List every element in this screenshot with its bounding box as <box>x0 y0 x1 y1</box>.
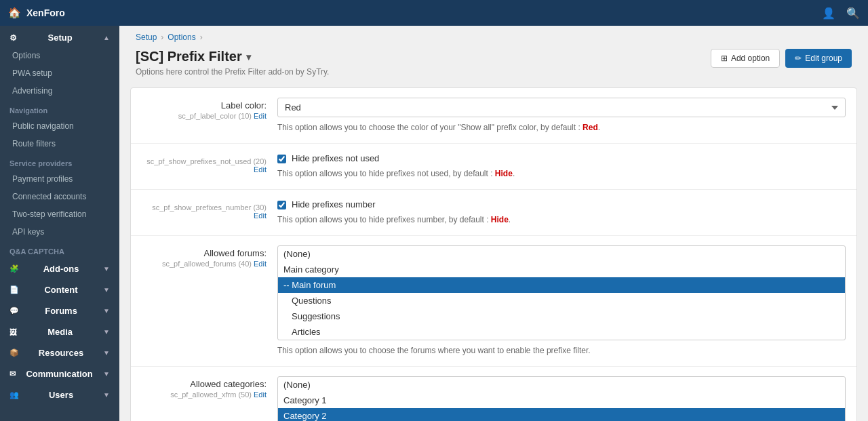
breadcrumb-options[interactable]: Options <box>167 33 195 42</box>
main-content: Setup › Options › [SC] Prefix Filter ▾ O… <box>119 26 868 421</box>
header-actions: ⊞ Add option ✏ Edit group <box>711 49 852 68</box>
hide-number-key: sc_pf_show_prefixes_number (30) Edit <box>142 203 267 220</box>
sidebar-content[interactable]: 📄 Content ▼ <box>0 279 119 300</box>
forum-item-main-category[interactable]: Main category <box>278 262 845 277</box>
sidebar-qa-captcha-title: Q&A CAPTCHA <box>0 241 119 258</box>
allowed-categories-label: Allowed categories: <box>142 379 267 389</box>
sidebar-item-api-keys[interactable]: API keys <box>0 223 119 241</box>
option-row-hide-prefixes-number: sc_pf_show_prefixes_number (30) Edit Hid… <box>131 190 856 236</box>
cat-item-none[interactable]: (None) <box>278 377 845 393</box>
option-row-allowed-forums: Allowed forums: sc_pf_allowed_forums (40… <box>131 236 856 367</box>
sidebar: ⚙ Setup ▲ Options PWA setup Advertising … <box>0 26 119 421</box>
search-icon[interactable]: 🔍 <box>846 7 860 20</box>
sidebar-header-setup[interactable]: ⚙ Setup ▲ <box>0 26 119 47</box>
cat-item-category2[interactable]: Category 2 <box>278 408 845 421</box>
options-table: Label color: sc_pf_label_color (10) Edit… <box>130 87 857 421</box>
forum-item-suggestions[interactable]: Suggestions <box>278 308 845 324</box>
option-label-col-2: sc_pf_show_prefixes_not_used (20) Edit <box>142 153 277 174</box>
topbar: 🏠 XenForo 👤 🔍 <box>0 0 868 26</box>
avatar-icon[interactable]: 👤 <box>822 7 835 20</box>
hide-not-used-key: sc_pf_show_prefixes_not_used (20) Edit <box>142 157 267 174</box>
hide-number-desc: This option allows you to hide prefixes … <box>277 214 846 226</box>
option-row-allowed-categories: Allowed categories: sc_pf_allowed_xfrm (… <box>131 367 856 421</box>
sidebar-item-route-filters[interactable]: Route filters <box>0 135 119 153</box>
sidebar-item-pwa-setup[interactable]: PWA setup <box>0 64 119 82</box>
topbar-left: 🏠 XenForo <box>8 7 65 19</box>
option-label-col-4: Allowed forums: sc_pf_allowed_forums (40… <box>142 245 277 268</box>
sidebar-item-payment-profiles[interactable]: Payment profiles <box>0 170 119 188</box>
hide-not-used-desc: This option allows you to hide prefixes … <box>277 167 846 180</box>
topbar-right: 👤 🔍 <box>822 7 860 20</box>
sidebar-item-connected-accounts[interactable]: Connected accounts <box>0 188 119 205</box>
sidebar-setup-label: Setup <box>47 33 72 43</box>
allowed-forums-key: sc_pf_allowed_forums (40) Edit <box>142 260 267 268</box>
allowed-forums-edit-link[interactable]: Edit <box>254 260 267 268</box>
sidebar-section-service-providers: Service providers Payment profiles Conne… <box>0 153 119 241</box>
forum-item-none[interactable]: (None) <box>278 246 845 262</box>
title-dropdown-icon[interactable]: ▾ <box>246 52 251 62</box>
home-icon[interactable]: 🏠 <box>8 7 21 19</box>
hide-not-used-checkbox[interactable] <box>277 155 286 163</box>
hide-number-content: Hide prefixes number This option allows … <box>277 199 846 226</box>
label-color-select[interactable]: Red Blue Green Yellow Orange Purple <box>277 98 846 117</box>
option-label-col-5: Allowed categories: sc_pf_allowed_xfrm (… <box>142 376 277 399</box>
add-option-button[interactable]: ⊞ Add option <box>711 49 780 68</box>
hide-number-checkbox-row: Hide prefixes number <box>277 199 846 209</box>
option-row-hide-prefixes-not-used: sc_pf_show_prefixes_not_used (20) Edit H… <box>131 144 856 190</box>
sidebar-item-two-step[interactable]: Two-step verification <box>0 205 119 223</box>
breadcrumb-sep2: › <box>200 33 203 42</box>
setup-chevron: ▲ <box>103 34 110 41</box>
sidebar-section-navigation: Navigation Public navigation Route filte… <box>0 100 119 153</box>
edit-icon: ✏ <box>795 54 802 63</box>
allowed-categories-content: (None) Category 1 Category 2 Good Luck T… <box>277 376 846 421</box>
hide-number-edit-link[interactable]: Edit <box>254 212 267 220</box>
label-color-key: sc_pf_label_color (10) Edit <box>142 112 267 120</box>
option-label-col-3: sc_pf_show_prefixes_number (30) Edit <box>142 199 277 220</box>
sidebar-item-public-navigation[interactable]: Public navigation <box>0 117 119 135</box>
sidebar-section-qa-captcha: Q&A CAPTCHA <box>0 241 119 258</box>
sidebar-service-providers-title: Service providers <box>0 153 119 170</box>
page-subtitle: Options here control the Prefix Filter a… <box>136 67 329 77</box>
allowed-forums-desc: This option allows you to choose the for… <box>277 344 846 357</box>
hide-not-used-checkbox-row: Hide prefixes not used <box>277 153 846 163</box>
sidebar-item-options[interactable]: Options <box>0 47 119 64</box>
forum-item-articles[interactable]: Articles <box>278 324 845 340</box>
label-color-edit-link[interactable]: Edit <box>254 112 267 120</box>
sidebar-add-ons[interactable]: 🧩 Add-ons ▼ <box>0 258 119 279</box>
hide-not-used-edit-link[interactable]: Edit <box>254 165 267 174</box>
allowed-categories-key: sc_pf_allowed_xfrm (50) Edit <box>142 390 267 399</box>
edit-group-button[interactable]: ✏ Edit group <box>785 49 852 68</box>
allowed-categories-edit-link[interactable]: Edit <box>254 390 267 399</box>
hide-not-used-checkbox-label: Hide prefixes not used <box>292 153 379 163</box>
breadcrumb-sep1: › <box>161 33 163 42</box>
allowed-forums-label: Allowed forums: <box>142 248 267 258</box>
page-title-area: [SC] Prefix Filter ▾ Options here contro… <box>136 49 329 77</box>
forum-item-main-forum[interactable]: -- Main forum <box>278 277 845 293</box>
sidebar-other-sections: 🧩 Add-ons ▼ 📄 Content ▼ 💬 Forums ▼ 🖼 Med… <box>0 258 119 405</box>
forum-item-questions[interactable]: Questions <box>278 293 845 308</box>
breadcrumb-setup[interactable]: Setup <box>136 33 157 42</box>
label-color-desc: This option allows you to choose the col… <box>277 121 846 134</box>
allowed-forums-content: (None) Main category -- Main forum Quest… <box>277 245 846 357</box>
label-color-label: Label color: <box>142 100 267 111</box>
sidebar-communication[interactable]: ✉ Communication ▼ <box>0 363 119 384</box>
hide-number-checkbox-label: Hide prefixes number <box>292 199 376 209</box>
sidebar-navigation-title: Navigation <box>0 100 119 117</box>
label-color-content: Red Blue Green Yellow Orange Purple This… <box>277 98 846 134</box>
brand-name: XenForo <box>26 7 65 18</box>
allowed-categories-listbox[interactable]: (None) Category 1 Category 2 Good Luck <box>277 376 846 421</box>
sidebar-users[interactable]: 👥 Users ▼ <box>0 384 119 405</box>
sidebar-forums[interactable]: 💬 Forums ▼ <box>0 300 119 321</box>
cat-item-category1[interactable]: Category 1 <box>278 393 845 408</box>
sidebar-media[interactable]: 🖼 Media ▼ <box>0 321 119 342</box>
hide-number-checkbox[interactable] <box>277 201 286 209</box>
allowed-forums-listbox[interactable]: (None) Main category -- Main forum Quest… <box>277 245 846 340</box>
sidebar-section-setup: ⚙ Setup ▲ Options PWA setup Advertising <box>0 26 119 100</box>
hide-not-used-content: Hide prefixes not used This option allow… <box>277 153 846 180</box>
sidebar-resources[interactable]: 📦 Resources ▼ <box>0 342 119 363</box>
breadcrumb: Setup › Options › <box>119 26 868 46</box>
page-title: [SC] Prefix Filter ▾ <box>136 49 329 64</box>
option-label-col: Label color: sc_pf_label_color (10) Edit <box>142 98 277 120</box>
sidebar-item-advertising[interactable]: Advertising <box>0 82 119 100</box>
page-header: [SC] Prefix Filter ▾ Options here contro… <box>119 46 868 87</box>
